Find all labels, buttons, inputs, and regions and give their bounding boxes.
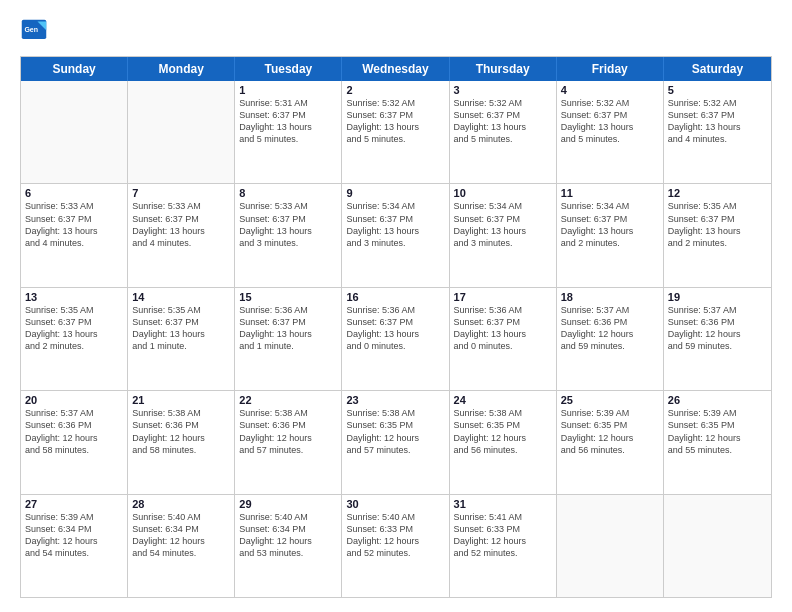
day-number: 25 (561, 394, 659, 406)
cell-info-line: Sunrise: 5:37 AM (561, 304, 659, 316)
cell-info-line: Sunrise: 5:32 AM (561, 97, 659, 109)
day-number: 24 (454, 394, 552, 406)
cell-info-line: and 54 minutes. (25, 547, 123, 559)
cell-info-line: and 2 minutes. (668, 237, 767, 249)
cell-info-line: and 2 minutes. (25, 340, 123, 352)
cell-info-line: Sunrise: 5:35 AM (668, 200, 767, 212)
cell-info-line: and 58 minutes. (132, 444, 230, 456)
calendar-cell-day-29: 29Sunrise: 5:40 AMSunset: 6:34 PMDayligh… (235, 495, 342, 597)
day-number: 31 (454, 498, 552, 510)
cell-info-line: Daylight: 12 hours (132, 432, 230, 444)
cell-info-line: and 5 minutes. (239, 133, 337, 145)
cell-info-line: Sunrise: 5:40 AM (132, 511, 230, 523)
cell-info-line: Sunrise: 5:32 AM (454, 97, 552, 109)
cell-info-line: and 4 minutes. (132, 237, 230, 249)
cell-info-line: and 52 minutes. (454, 547, 552, 559)
cell-info-line: Sunset: 6:35 PM (346, 419, 444, 431)
cell-info-line: Daylight: 12 hours (25, 432, 123, 444)
cell-info-line: Sunset: 6:36 PM (132, 419, 230, 431)
cell-info-line: Sunrise: 5:39 AM (25, 511, 123, 523)
day-number: 8 (239, 187, 337, 199)
calendar-cell-day-8: 8Sunrise: 5:33 AMSunset: 6:37 PMDaylight… (235, 184, 342, 286)
calendar-cell-day-21: 21Sunrise: 5:38 AMSunset: 6:36 PMDayligh… (128, 391, 235, 493)
cell-info-line: Daylight: 12 hours (25, 535, 123, 547)
calendar-cell-day-10: 10Sunrise: 5:34 AMSunset: 6:37 PMDayligh… (450, 184, 557, 286)
calendar-cell-day-16: 16Sunrise: 5:36 AMSunset: 6:37 PMDayligh… (342, 288, 449, 390)
cell-info-line: Daylight: 13 hours (454, 121, 552, 133)
cell-info-line: Sunrise: 5:35 AM (132, 304, 230, 316)
cell-info-line: Daylight: 13 hours (454, 225, 552, 237)
calendar-cell-day-9: 9Sunrise: 5:34 AMSunset: 6:37 PMDaylight… (342, 184, 449, 286)
cell-info-line: and 2 minutes. (561, 237, 659, 249)
day-number: 23 (346, 394, 444, 406)
logo-icon: Gen (20, 18, 48, 46)
cell-info-line: Sunrise: 5:33 AM (25, 200, 123, 212)
cell-info-line: Sunset: 6:36 PM (561, 316, 659, 328)
calendar-cell-day-3: 3Sunrise: 5:32 AMSunset: 6:37 PMDaylight… (450, 81, 557, 183)
cell-info-line: Daylight: 13 hours (668, 225, 767, 237)
cell-info-line: Sunset: 6:37 PM (239, 109, 337, 121)
calendar-cell-day-1: 1Sunrise: 5:31 AMSunset: 6:37 PMDaylight… (235, 81, 342, 183)
cell-info-line: Sunset: 6:36 PM (25, 419, 123, 431)
page-header: Gen (20, 18, 772, 46)
cell-info-line: Sunset: 6:37 PM (132, 316, 230, 328)
calendar-row-3: 20Sunrise: 5:37 AMSunset: 6:36 PMDayligh… (21, 391, 771, 494)
day-number: 7 (132, 187, 230, 199)
cell-info-line: and 57 minutes. (346, 444, 444, 456)
calendar-cell-day-4: 4Sunrise: 5:32 AMSunset: 6:37 PMDaylight… (557, 81, 664, 183)
cell-info-line: and 5 minutes. (346, 133, 444, 145)
cell-info-line: and 0 minutes. (346, 340, 444, 352)
day-number: 17 (454, 291, 552, 303)
cell-info-line: and 3 minutes. (346, 237, 444, 249)
cell-info-line: Sunrise: 5:37 AM (25, 407, 123, 419)
cell-info-line: Sunset: 6:33 PM (454, 523, 552, 535)
calendar-row-1: 6Sunrise: 5:33 AMSunset: 6:37 PMDaylight… (21, 184, 771, 287)
calendar-row-0: 1Sunrise: 5:31 AMSunset: 6:37 PMDaylight… (21, 81, 771, 184)
cell-info-line: Sunset: 6:37 PM (454, 109, 552, 121)
calendar-body: 1Sunrise: 5:31 AMSunset: 6:37 PMDaylight… (21, 81, 771, 597)
cell-info-line: Sunset: 6:37 PM (346, 109, 444, 121)
cell-info-line: Daylight: 13 hours (346, 121, 444, 133)
cell-info-line: Sunrise: 5:36 AM (454, 304, 552, 316)
weekday-header-friday: Friday (557, 57, 664, 81)
day-number: 13 (25, 291, 123, 303)
cell-info-line: Sunrise: 5:38 AM (239, 407, 337, 419)
cell-info-line: Sunrise: 5:39 AM (668, 407, 767, 419)
calendar-header-row: SundayMondayTuesdayWednesdayThursdayFrid… (21, 57, 771, 81)
day-number: 19 (668, 291, 767, 303)
calendar-cell-day-17: 17Sunrise: 5:36 AMSunset: 6:37 PMDayligh… (450, 288, 557, 390)
cell-info-line: Daylight: 13 hours (239, 225, 337, 237)
day-number: 18 (561, 291, 659, 303)
cell-info-line: Daylight: 13 hours (239, 121, 337, 133)
cell-info-line: Sunset: 6:37 PM (239, 213, 337, 225)
cell-info-line: Sunset: 6:34 PM (239, 523, 337, 535)
cell-info-line: and 56 minutes. (561, 444, 659, 456)
cell-info-line: Daylight: 13 hours (454, 328, 552, 340)
cell-info-line: and 58 minutes. (25, 444, 123, 456)
cell-info-line: Sunset: 6:37 PM (454, 213, 552, 225)
cell-info-line: Daylight: 12 hours (346, 535, 444, 547)
cell-info-line: Daylight: 13 hours (346, 225, 444, 237)
calendar-cell-day-11: 11Sunrise: 5:34 AMSunset: 6:37 PMDayligh… (557, 184, 664, 286)
calendar-cell-day-19: 19Sunrise: 5:37 AMSunset: 6:36 PMDayligh… (664, 288, 771, 390)
cell-info-line: Sunrise: 5:40 AM (346, 511, 444, 523)
cell-info-line: Daylight: 12 hours (239, 432, 337, 444)
cell-info-line: Sunset: 6:37 PM (25, 316, 123, 328)
cell-info-line: Sunrise: 5:40 AM (239, 511, 337, 523)
cell-info-line: and 55 minutes. (668, 444, 767, 456)
cell-info-line: Daylight: 12 hours (561, 328, 659, 340)
day-number: 10 (454, 187, 552, 199)
calendar-cell-day-30: 30Sunrise: 5:40 AMSunset: 6:33 PMDayligh… (342, 495, 449, 597)
day-number: 1 (239, 84, 337, 96)
cell-info-line: Sunrise: 5:38 AM (454, 407, 552, 419)
cell-info-line: Daylight: 13 hours (346, 328, 444, 340)
calendar-cell-day-23: 23Sunrise: 5:38 AMSunset: 6:35 PMDayligh… (342, 391, 449, 493)
calendar-cell-empty (21, 81, 128, 183)
calendar-cell-empty (557, 495, 664, 597)
day-number: 14 (132, 291, 230, 303)
day-number: 15 (239, 291, 337, 303)
cell-info-line: and 4 minutes. (25, 237, 123, 249)
cell-info-line: Sunrise: 5:32 AM (346, 97, 444, 109)
cell-info-line: Daylight: 13 hours (25, 225, 123, 237)
cell-info-line: and 1 minute. (132, 340, 230, 352)
